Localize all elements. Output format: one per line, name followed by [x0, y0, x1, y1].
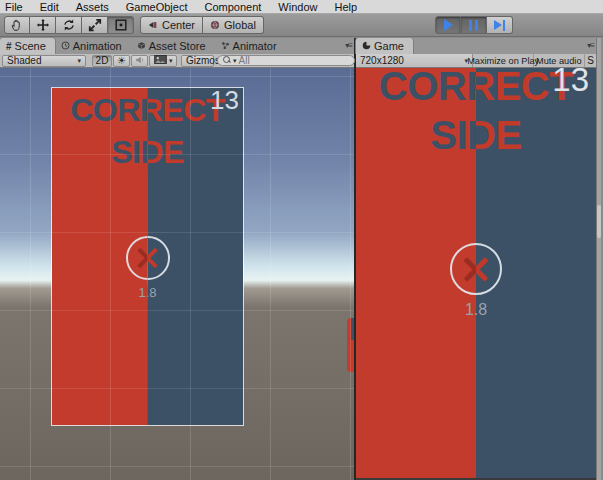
mute-audio-button[interactable]: Mute audio [534, 54, 585, 67]
menu-assets[interactable]: Assets [76, 1, 109, 13]
chevron-down-icon: ▾ [233, 57, 237, 65]
scrollbar-thumb[interactable] [597, 205, 601, 238]
pivot-icon [148, 20, 158, 30]
scene-search-input[interactable]: ▾ All [217, 55, 355, 66]
game-viewport[interactable]: CORRECT SIDE 13 1.8 CORRECT SIDE 13 [356, 68, 596, 480]
hand-tool-icon [10, 18, 24, 32]
maximize-on-play-button[interactable]: Maximize on Play [474, 54, 534, 67]
pivot-orientation-group: Center Global [140, 16, 264, 34]
scale-tool-button[interactable] [82, 16, 108, 34]
editor-panes: # Scene Animation Asset Store Animator ▾… [0, 38, 603, 480]
mute-audio-label: Mute audio [536, 55, 582, 65]
sun-icon: ☀ [117, 55, 126, 66]
move-tool-icon [36, 18, 50, 32]
obstacle-sprite[interactable] [347, 318, 354, 372]
tab-game-label: Game [374, 40, 404, 52]
scene-tabbar: # Scene Animation Asset Store Animator ▾… [0, 38, 354, 54]
window-edge-scrollbar[interactable] [596, 38, 601, 480]
scene-view-toolbar: Shaded ▾ 2D ☀ ▾ Gizmos ▾ [0, 54, 354, 68]
game-icon [362, 41, 371, 52]
scale-tool-icon [88, 18, 102, 32]
tab-scene-label: Scene [15, 40, 46, 52]
stats-label: S [587, 55, 594, 66]
maximize-on-play-label: Maximize on Play [467, 55, 539, 65]
gizmos-label: Gizmos [186, 55, 220, 66]
tab-game[interactable]: Game [356, 38, 413, 54]
effects-dropdown[interactable]: ▾ [149, 55, 177, 67]
menu-window[interactable]: Window [278, 1, 317, 13]
step-icon [494, 20, 506, 31]
rect-tool-button[interactable] [108, 16, 134, 34]
hand-tool-button[interactable] [4, 16, 30, 34]
play-icon [444, 19, 453, 31]
obstacle-notch [351, 318, 354, 340]
main-toolbar: Center Global [0, 14, 603, 37]
tab-animation-label: Animation [73, 40, 122, 52]
move-tool-button[interactable] [30, 16, 56, 34]
nodes-icon [221, 41, 230, 52]
2d-toggle-label: 2D [96, 55, 109, 66]
globe-icon [210, 20, 220, 30]
resolution-label: 720x1280 [360, 55, 404, 66]
score-text: 13 [552, 68, 589, 99]
draw-mode-label: Shaded [7, 55, 41, 66]
scene-audio-toggle[interactable] [131, 55, 148, 67]
menu-help[interactable]: Help [334, 1, 357, 13]
game-pane: Game ▾≡ 720x1280 ▾ Maximize on Play Mute… [356, 38, 596, 480]
score-text: 13 [210, 87, 239, 116]
center-pivot-button[interactable]: Center [140, 16, 203, 34]
tab-scene[interactable]: # Scene [0, 38, 55, 54]
scene-search-value: All [239, 55, 250, 66]
running-game-canvas[interactable]: CORRECT SIDE 13 1.8 CORRECT SIDE 13 [356, 68, 596, 478]
transform-tools [4, 16, 134, 34]
scene-viewport[interactable]: CORRECT SIDE 13 1.8 CORRECT SIDE 13 [0, 68, 354, 480]
unity-editor-window: File Edit Assets GameObject Component Wi… [0, 0, 603, 480]
gizmos-dropdown[interactable]: Gizmos ▾ [181, 55, 214, 67]
box-icon [137, 41, 146, 52]
clock-icon [61, 41, 70, 52]
game-tabbar: Game ▾≡ [356, 38, 596, 54]
rotate-tool-icon [62, 18, 76, 32]
pause-button[interactable] [461, 16, 487, 34]
menu-bar: File Edit Assets GameObject Component Wi… [0, 0, 603, 14]
rect-tool-icon [114, 18, 128, 32]
scene-lighting-toggle[interactable]: ☀ [113, 55, 130, 67]
tab-animator-label: Animator [233, 40, 277, 52]
tab-asset-store-label: Asset Store [149, 40, 206, 52]
global-orientation-label: Global [224, 19, 256, 31]
scene-pane: # Scene Animation Asset Store Animator ▾… [0, 38, 356, 480]
global-orientation-button[interactable]: Global [203, 16, 264, 34]
rotate-tool-button[interactable] [56, 16, 82, 34]
play-controls [435, 16, 513, 34]
tab-animator[interactable]: Animator [215, 38, 286, 54]
step-button[interactable] [487, 16, 513, 34]
game-panel-menu-icon[interactable]: ▾≡ [587, 41, 594, 50]
pause-icon [469, 20, 478, 31]
scene-panel-menu-icon[interactable]: ▾≡ [345, 41, 352, 50]
menu-component[interactable]: Component [204, 1, 261, 13]
resolution-dropdown[interactable]: 720x1280 ▾ [356, 54, 473, 67]
chevron-down-icon: ▾ [169, 57, 173, 65]
image-icon [154, 55, 167, 66]
tab-animation[interactable]: Animation [55, 38, 131, 54]
menu-edit[interactable]: Edit [40, 1, 59, 13]
game-view-toolbar: 720x1280 ▾ Maximize on Play Mute audio S [356, 54, 596, 68]
center-pivot-label: Center [162, 19, 195, 31]
search-icon [223, 56, 231, 65]
grid-icon: # [6, 41, 12, 52]
menu-file[interactable]: File [5, 1, 23, 13]
menu-gameobject[interactable]: GameObject [126, 1, 188, 13]
tab-asset-store[interactable]: Asset Store [131, 38, 215, 54]
scene-game-canvas[interactable]: CORRECT SIDE 13 1.8 CORRECT SIDE 13 [51, 87, 244, 426]
speaker-icon [135, 55, 145, 67]
stats-button[interactable]: S [585, 54, 596, 67]
chevron-down-icon: ▾ [77, 57, 81, 65]
play-button[interactable] [435, 16, 461, 34]
draw-mode-dropdown[interactable]: Shaded ▾ [2, 55, 86, 67]
2d-toggle[interactable]: 2D [92, 55, 112, 67]
